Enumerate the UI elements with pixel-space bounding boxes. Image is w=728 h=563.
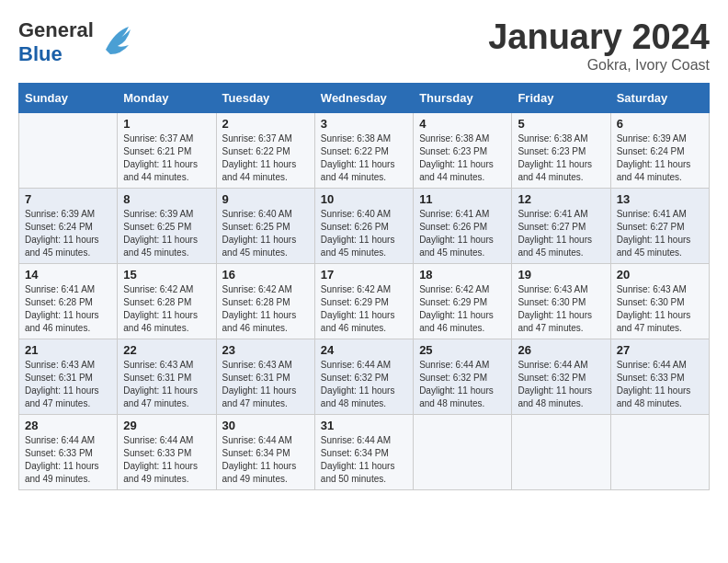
header-wednesday: Wednesday (314, 83, 413, 112)
day-info: Sunrise: 6:39 AMSunset: 6:24 PMDaylight:… (25, 208, 111, 259)
day-number: 9 (222, 192, 309, 206)
calendar-cell: 22Sunrise: 6:43 AMSunset: 6:31 PMDayligh… (118, 339, 216, 414)
calendar-cell: 3Sunrise: 6:38 AMSunset: 6:22 PMDaylight… (314, 112, 413, 188)
day-info: Sunrise: 6:44 AMSunset: 6:32 PMDaylight:… (518, 359, 604, 410)
calendar-week-2: 7Sunrise: 6:39 AMSunset: 6:24 PMDaylight… (19, 188, 710, 263)
calendar-cell (414, 414, 512, 489)
day-info: Sunrise: 6:41 AMSunset: 6:26 PMDaylight:… (419, 208, 506, 259)
day-info: Sunrise: 6:44 AMSunset: 6:32 PMDaylight:… (419, 359, 506, 410)
calendar-cell: 10Sunrise: 6:40 AMSunset: 6:26 PMDayligh… (314, 188, 413, 263)
day-number: 28 (25, 419, 111, 432)
location-subtitle: Gokra, Ivory Coast (488, 57, 710, 74)
day-number: 6 (617, 117, 703, 131)
day-number: 15 (123, 268, 210, 282)
day-info: Sunrise: 6:44 AMSunset: 6:34 PMDaylight:… (222, 434, 309, 486)
day-number: 22 (123, 343, 210, 357)
header-saturday: Saturday (610, 83, 709, 112)
day-info: Sunrise: 6:41 AMSunset: 6:28 PMDaylight:… (25, 283, 111, 335)
day-number: 31 (321, 419, 407, 432)
header-monday: Monday (118, 83, 216, 112)
day-info: Sunrise: 6:44 AMSunset: 6:33 PMDaylight:… (617, 359, 703, 410)
calendar-cell: 28Sunrise: 6:44 AMSunset: 6:33 PMDayligh… (19, 414, 118, 489)
day-info: Sunrise: 6:38 AMSunset: 6:23 PMDaylight:… (518, 132, 604, 184)
calendar-cell: 7Sunrise: 6:39 AMSunset: 6:24 PMDaylight… (19, 188, 118, 263)
day-number: 1 (123, 117, 210, 131)
calendar-cell: 27Sunrise: 6:44 AMSunset: 6:33 PMDayligh… (610, 339, 709, 414)
calendar-cell: 5Sunrise: 6:38 AMSunset: 6:23 PMDaylight… (512, 112, 610, 188)
day-number: 26 (518, 343, 604, 357)
calendar-cell (610, 414, 709, 489)
calendar-cell: 9Sunrise: 6:40 AMSunset: 6:25 PMDaylight… (216, 188, 314, 263)
day-info: Sunrise: 6:37 AMSunset: 6:22 PMDaylight:… (222, 132, 309, 184)
calendar-cell: 24Sunrise: 6:44 AMSunset: 6:32 PMDayligh… (314, 339, 413, 414)
header-thursday: Thursday (414, 83, 512, 112)
day-number: 7 (25, 192, 111, 206)
title-section: January 2024 Gokra, Ivory Coast (488, 18, 710, 74)
page-header: General Blue January 2024 Gokra, Ivory C… (18, 18, 710, 74)
day-info: Sunrise: 6:43 AMSunset: 6:30 PMDaylight:… (617, 283, 703, 335)
day-number: 25 (419, 343, 506, 357)
calendar-week-4: 21Sunrise: 6:43 AMSunset: 6:31 PMDayligh… (19, 339, 710, 414)
day-info: Sunrise: 6:37 AMSunset: 6:21 PMDaylight:… (123, 132, 210, 184)
day-number: 29 (123, 419, 210, 432)
calendar-cell: 12Sunrise: 6:41 AMSunset: 6:27 PMDayligh… (512, 188, 610, 263)
day-info: Sunrise: 6:41 AMSunset: 6:27 PMDaylight:… (617, 208, 703, 259)
day-info: Sunrise: 6:38 AMSunset: 6:23 PMDaylight:… (419, 132, 506, 184)
calendar-cell: 14Sunrise: 6:41 AMSunset: 6:28 PMDayligh… (19, 263, 118, 339)
calendar-cell: 31Sunrise: 6:44 AMSunset: 6:34 PMDayligh… (314, 414, 413, 489)
day-info: Sunrise: 6:43 AMSunset: 6:31 PMDaylight:… (222, 359, 309, 410)
day-number: 19 (518, 268, 604, 282)
day-number: 3 (321, 117, 407, 131)
calendar-cell (512, 414, 610, 489)
calendar-cell: 23Sunrise: 6:43 AMSunset: 6:31 PMDayligh… (216, 339, 314, 414)
calendar-cell: 29Sunrise: 6:44 AMSunset: 6:33 PMDayligh… (118, 414, 216, 489)
day-info: Sunrise: 6:42 AMSunset: 6:28 PMDaylight:… (123, 283, 210, 335)
day-info: Sunrise: 6:44 AMSunset: 6:33 PMDaylight:… (123, 434, 210, 486)
calendar-cell: 15Sunrise: 6:42 AMSunset: 6:28 PMDayligh… (118, 263, 216, 339)
calendar-cell: 17Sunrise: 6:42 AMSunset: 6:29 PMDayligh… (314, 263, 413, 339)
day-number: 5 (518, 117, 604, 131)
calendar-cell (19, 112, 118, 188)
day-info: Sunrise: 6:43 AMSunset: 6:31 PMDaylight:… (25, 359, 111, 410)
day-number: 23 (222, 343, 309, 357)
calendar-cell: 26Sunrise: 6:44 AMSunset: 6:32 PMDayligh… (512, 339, 610, 414)
day-info: Sunrise: 6:43 AMSunset: 6:31 PMDaylight:… (123, 359, 210, 410)
day-info: Sunrise: 6:41 AMSunset: 6:27 PMDaylight:… (518, 208, 604, 259)
calendar-cell: 11Sunrise: 6:41 AMSunset: 6:26 PMDayligh… (414, 188, 512, 263)
logo-bird-icon (101, 22, 133, 63)
calendar-cell: 16Sunrise: 6:42 AMSunset: 6:28 PMDayligh… (216, 263, 314, 339)
day-info: Sunrise: 6:42 AMSunset: 6:29 PMDaylight:… (321, 283, 407, 335)
day-number: 24 (321, 343, 407, 357)
calendar-cell: 21Sunrise: 6:43 AMSunset: 6:31 PMDayligh… (19, 339, 118, 414)
logo-text: General Blue (18, 18, 94, 66)
day-info: Sunrise: 6:42 AMSunset: 6:28 PMDaylight:… (222, 283, 309, 335)
day-number: 30 (222, 419, 309, 432)
day-number: 12 (518, 192, 604, 206)
day-info: Sunrise: 6:42 AMSunset: 6:29 PMDaylight:… (419, 283, 506, 335)
day-number: 8 (123, 192, 210, 206)
day-number: 16 (222, 268, 309, 282)
day-number: 10 (321, 192, 407, 206)
day-info: Sunrise: 6:44 AMSunset: 6:32 PMDaylight:… (321, 359, 407, 410)
calendar-cell: 30Sunrise: 6:44 AMSunset: 6:34 PMDayligh… (216, 414, 314, 489)
header-sunday: Sunday (19, 83, 118, 112)
day-number: 17 (321, 268, 407, 282)
calendar-cell: 8Sunrise: 6:39 AMSunset: 6:25 PMDaylight… (118, 188, 216, 263)
calendar-cell: 20Sunrise: 6:43 AMSunset: 6:30 PMDayligh… (610, 263, 709, 339)
day-number: 11 (419, 192, 506, 206)
day-info: Sunrise: 6:40 AMSunset: 6:26 PMDaylight:… (321, 208, 407, 259)
header-friday: Friday (512, 83, 610, 112)
day-info: Sunrise: 6:44 AMSunset: 6:34 PMDaylight:… (321, 434, 407, 486)
day-info: Sunrise: 6:40 AMSunset: 6:25 PMDaylight:… (222, 208, 309, 259)
day-number: 4 (419, 117, 506, 131)
day-number: 13 (617, 192, 703, 206)
day-number: 18 (419, 268, 506, 282)
calendar-table: SundayMondayTuesdayWednesdayThursdayFrid… (18, 83, 710, 490)
calendar-cell: 13Sunrise: 6:41 AMSunset: 6:27 PMDayligh… (610, 188, 709, 263)
day-number: 27 (617, 343, 703, 357)
calendar-cell: 18Sunrise: 6:42 AMSunset: 6:29 PMDayligh… (414, 263, 512, 339)
calendar-header-row: SundayMondayTuesdayWednesdayThursdayFrid… (19, 83, 710, 112)
day-number: 20 (617, 268, 703, 282)
calendar-cell: 1Sunrise: 6:37 AMSunset: 6:21 PMDaylight… (118, 112, 216, 188)
day-info: Sunrise: 6:39 AMSunset: 6:25 PMDaylight:… (123, 208, 210, 259)
